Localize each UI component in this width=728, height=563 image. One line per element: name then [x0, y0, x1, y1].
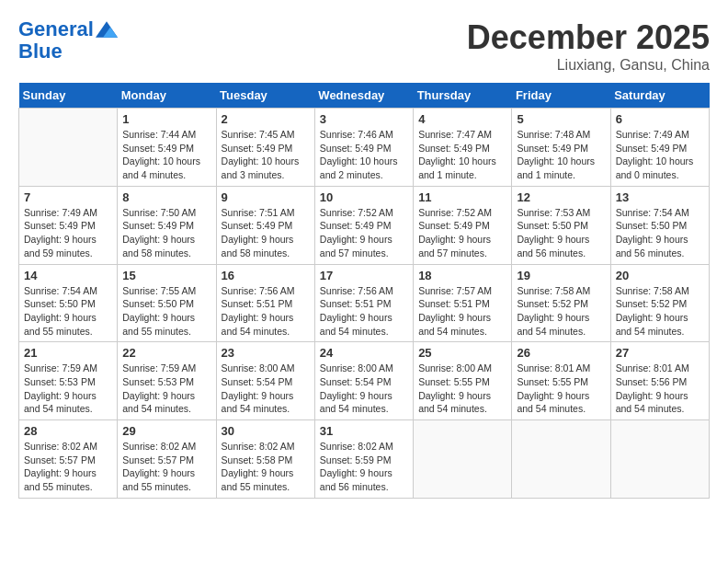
- calendar-cell: 5Sunrise: 7:48 AMSunset: 5:49 PMDaylight…: [512, 109, 610, 187]
- day-number: 7: [24, 190, 112, 204]
- cell-sun-info: Sunrise: 8:00 AMSunset: 5:55 PMDaylight:…: [418, 362, 506, 416]
- cell-sun-info: Sunrise: 7:48 AMSunset: 5:49 PMDaylight:…: [517, 128, 605, 182]
- calendar-cell: 25Sunrise: 8:00 AMSunset: 5:55 PMDayligh…: [414, 342, 512, 420]
- calendar-cell: 15Sunrise: 7:55 AMSunset: 5:50 PMDayligh…: [118, 264, 216, 342]
- day-number: 6: [616, 112, 704, 126]
- calendar-cell: 23Sunrise: 8:00 AMSunset: 5:54 PMDayligh…: [216, 342, 314, 420]
- day-header-thursday: Thursday: [414, 83, 512, 109]
- calendar-cell: 8Sunrise: 7:50 AMSunset: 5:49 PMDaylight…: [118, 186, 216, 264]
- day-number: 2: [222, 112, 310, 126]
- calendar-cell: 11Sunrise: 7:52 AMSunset: 5:49 PMDayligh…: [414, 186, 512, 264]
- logo: General Blue: [18, 18, 118, 63]
- logo-text2: Blue: [18, 40, 63, 63]
- day-header-friday: Friday: [512, 83, 610, 109]
- cell-sun-info: Sunrise: 8:02 AMSunset: 5:59 PMDaylight:…: [320, 440, 408, 494]
- day-number: 24: [320, 346, 408, 360]
- calendar-cell: 1Sunrise: 7:44 AMSunset: 5:49 PMDaylight…: [118, 109, 216, 187]
- calendar-cell: 27Sunrise: 8:01 AMSunset: 5:56 PMDayligh…: [610, 342, 709, 420]
- cell-sun-info: Sunrise: 7:49 AMSunset: 5:49 PMDaylight:…: [24, 206, 112, 260]
- calendar-week-2: 7Sunrise: 7:49 AMSunset: 5:49 PMDaylight…: [19, 186, 710, 264]
- day-number: 18: [418, 269, 506, 282]
- calendar-cell: 10Sunrise: 7:52 AMSunset: 5:49 PMDayligh…: [314, 186, 413, 264]
- calendar-cell: 14Sunrise: 7:54 AMSunset: 5:50 PMDayligh…: [19, 264, 118, 342]
- calendar-cell: 28Sunrise: 8:02 AMSunset: 5:57 PMDayligh…: [19, 420, 118, 499]
- day-header-monday: Monday: [118, 83, 216, 109]
- day-number: 16: [222, 269, 310, 282]
- location-title: Liuxiang, Gansu, China: [467, 57, 710, 74]
- day-number: 20: [616, 269, 704, 282]
- calendar-cell: 18Sunrise: 7:57 AMSunset: 5:51 PMDayligh…: [414, 264, 512, 342]
- day-header-saturday: Saturday: [610, 83, 709, 109]
- calendar-cell: [19, 109, 118, 187]
- calendar-cell: 21Sunrise: 7:59 AMSunset: 5:53 PMDayligh…: [19, 342, 118, 420]
- day-number: 4: [418, 112, 506, 126]
- day-header-tuesday: Tuesday: [216, 83, 314, 109]
- day-number: 10: [320, 190, 408, 204]
- cell-sun-info: Sunrise: 7:53 AMSunset: 5:50 PMDaylight:…: [517, 206, 605, 260]
- day-number: 3: [320, 112, 408, 126]
- page-header: General Blue December 2025 Liuxiang, Gan…: [18, 18, 710, 74]
- cell-sun-info: Sunrise: 7:59 AMSunset: 5:53 PMDaylight:…: [122, 362, 210, 416]
- cell-sun-info: Sunrise: 7:58 AMSunset: 5:52 PMDaylight:…: [616, 284, 704, 339]
- month-title: December 2025: [467, 18, 710, 57]
- day-number: 1: [122, 112, 210, 126]
- calendar-cell: [512, 420, 610, 499]
- cell-sun-info: Sunrise: 7:58 AMSunset: 5:52 PMDaylight:…: [517, 284, 605, 339]
- calendar-cell: 29Sunrise: 8:02 AMSunset: 5:57 PMDayligh…: [118, 420, 216, 499]
- calendar-week-5: 28Sunrise: 8:02 AMSunset: 5:57 PMDayligh…: [19, 420, 710, 499]
- day-header-sunday: Sunday: [19, 83, 118, 109]
- calendar-cell: 17Sunrise: 7:56 AMSunset: 5:51 PMDayligh…: [314, 264, 413, 342]
- cell-sun-info: Sunrise: 7:54 AMSunset: 5:50 PMDaylight:…: [24, 284, 112, 339]
- cell-sun-info: Sunrise: 7:47 AMSunset: 5:49 PMDaylight:…: [418, 128, 506, 182]
- day-number: 9: [222, 190, 310, 204]
- day-number: 26: [517, 346, 605, 360]
- calendar-table: SundayMondayTuesdayWednesdayThursdayFrid…: [18, 83, 710, 499]
- calendar-week-1: 1Sunrise: 7:44 AMSunset: 5:49 PMDaylight…: [19, 109, 710, 187]
- day-number: 25: [418, 346, 506, 360]
- calendar-cell: 19Sunrise: 7:58 AMSunset: 5:52 PMDayligh…: [512, 264, 610, 342]
- calendar-week-4: 21Sunrise: 7:59 AMSunset: 5:53 PMDayligh…: [19, 342, 710, 420]
- calendar-cell: 24Sunrise: 8:00 AMSunset: 5:54 PMDayligh…: [314, 342, 413, 420]
- cell-sun-info: Sunrise: 7:59 AMSunset: 5:53 PMDaylight:…: [24, 362, 112, 416]
- day-number: 21: [24, 346, 112, 360]
- cell-sun-info: Sunrise: 7:56 AMSunset: 5:51 PMDaylight:…: [222, 284, 310, 339]
- calendar-cell: [414, 420, 512, 499]
- calendar-week-3: 14Sunrise: 7:54 AMSunset: 5:50 PMDayligh…: [19, 264, 710, 342]
- cell-sun-info: Sunrise: 8:02 AMSunset: 5:57 PMDaylight:…: [24, 440, 112, 494]
- cell-sun-info: Sunrise: 7:52 AMSunset: 5:49 PMDaylight:…: [320, 206, 408, 260]
- calendar-cell: 22Sunrise: 7:59 AMSunset: 5:53 PMDayligh…: [118, 342, 216, 420]
- logo-text: General: [18, 18, 94, 40]
- day-number: 14: [24, 269, 112, 282]
- day-number: 8: [122, 190, 210, 204]
- calendar-cell: 12Sunrise: 7:53 AMSunset: 5:50 PMDayligh…: [512, 186, 610, 264]
- calendar-cell: 6Sunrise: 7:49 AMSunset: 5:49 PMDaylight…: [610, 109, 709, 187]
- cell-sun-info: Sunrise: 7:44 AMSunset: 5:49 PMDaylight:…: [122, 128, 210, 182]
- calendar-cell: [610, 420, 709, 499]
- calendar-cell: 16Sunrise: 7:56 AMSunset: 5:51 PMDayligh…: [216, 264, 314, 342]
- cell-sun-info: Sunrise: 8:00 AMSunset: 5:54 PMDaylight:…: [222, 362, 310, 416]
- calendar-cell: 13Sunrise: 7:54 AMSunset: 5:50 PMDayligh…: [610, 186, 709, 264]
- day-number: 11: [418, 190, 506, 204]
- calendar-cell: 4Sunrise: 7:47 AMSunset: 5:49 PMDaylight…: [414, 109, 512, 187]
- day-number: 5: [517, 112, 605, 126]
- cell-sun-info: Sunrise: 8:01 AMSunset: 5:56 PMDaylight:…: [616, 362, 704, 416]
- calendar-cell: 30Sunrise: 8:02 AMSunset: 5:58 PMDayligh…: [216, 420, 314, 499]
- cell-sun-info: Sunrise: 7:57 AMSunset: 5:51 PMDaylight:…: [418, 284, 506, 339]
- day-number: 28: [24, 424, 112, 438]
- calendar-header-row: SundayMondayTuesdayWednesdayThursdayFrid…: [19, 83, 710, 109]
- day-number: 31: [320, 424, 408, 438]
- cell-sun-info: Sunrise: 7:46 AMSunset: 5:49 PMDaylight:…: [320, 128, 408, 182]
- cell-sun-info: Sunrise: 7:45 AMSunset: 5:49 PMDaylight:…: [222, 128, 310, 182]
- calendar-cell: 2Sunrise: 7:45 AMSunset: 5:49 PMDaylight…: [216, 109, 314, 187]
- cell-sun-info: Sunrise: 7:52 AMSunset: 5:49 PMDaylight:…: [418, 206, 506, 260]
- day-number: 23: [222, 346, 310, 360]
- day-number: 27: [616, 346, 704, 360]
- logo-icon: [96, 20, 118, 39]
- cell-sun-info: Sunrise: 7:50 AMSunset: 5:49 PMDaylight:…: [122, 206, 210, 260]
- day-number: 12: [517, 190, 605, 204]
- day-number: 22: [122, 346, 210, 360]
- title-area: December 2025 Liuxiang, Gansu, China: [467, 18, 710, 74]
- cell-sun-info: Sunrise: 7:49 AMSunset: 5:49 PMDaylight:…: [616, 128, 704, 182]
- day-number: 17: [320, 269, 408, 282]
- cell-sun-info: Sunrise: 7:56 AMSunset: 5:51 PMDaylight:…: [320, 284, 408, 339]
